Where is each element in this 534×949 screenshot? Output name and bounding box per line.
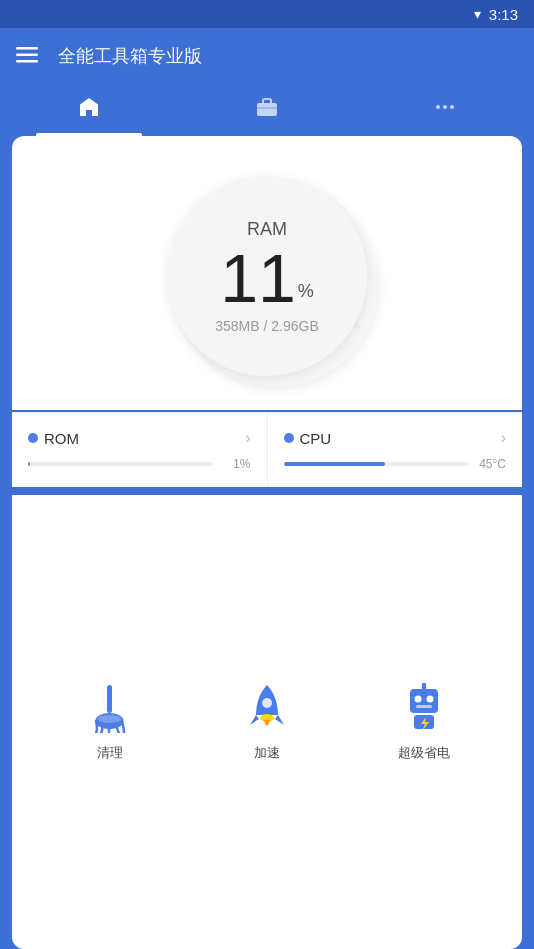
tool-boost[interactable]: 加速 xyxy=(241,682,293,762)
gauge-container: RAM 11 % 358MB / 2.96GB xyxy=(157,166,377,386)
svg-point-11 xyxy=(98,715,122,723)
rom-progress-fill xyxy=(28,462,30,466)
tab-home[interactable] xyxy=(0,84,178,136)
svg-point-12 xyxy=(262,698,272,708)
svg-rect-17 xyxy=(416,705,432,708)
svg-rect-0 xyxy=(16,47,38,50)
ram-card: RAM 11 % 358MB / 2.96GB xyxy=(12,136,522,410)
svg-point-7 xyxy=(450,105,454,109)
boost-label: 加速 xyxy=(254,744,280,762)
cpu-progress-fill xyxy=(284,462,385,466)
status-bar: ▾ 3:13 xyxy=(0,0,534,28)
bottom-tools: 清理 xyxy=(12,495,522,949)
broom-icon xyxy=(88,683,132,733)
svg-rect-9 xyxy=(107,685,112,713)
svg-point-6 xyxy=(443,105,447,109)
svg-point-5 xyxy=(436,105,440,109)
rom-progress-bg xyxy=(28,462,213,466)
app-header: 全能工具箱专业版 xyxy=(0,28,534,84)
cpu-dot xyxy=(284,433,294,443)
cpu-title-row: CPU xyxy=(284,430,332,447)
tab-bar xyxy=(0,84,534,136)
rocket-icon xyxy=(245,683,289,733)
rom-progress-row: 1% xyxy=(28,457,251,471)
app-title: 全能工具箱专业版 xyxy=(58,44,518,68)
rom-dot xyxy=(28,433,38,443)
tool-clean[interactable]: 清理 xyxy=(84,682,136,762)
tab-briefcase[interactable] xyxy=(178,84,356,136)
cpu-value: 45°C xyxy=(476,457,506,471)
ram-number: 11 xyxy=(220,244,296,312)
cpu-chevron-icon: › xyxy=(501,429,506,447)
rom-section[interactable]: ROM › 1% xyxy=(12,413,268,487)
menu-icon[interactable] xyxy=(16,45,38,68)
main-content: RAM 11 % 358MB / 2.96GB ROM › xyxy=(0,136,534,949)
gauge-circle: RAM 11 % 358MB / 2.96GB xyxy=(167,176,367,376)
wifi-icon: ▾ xyxy=(474,6,481,22)
rom-chevron-icon: › xyxy=(245,429,250,447)
tab-more[interactable] xyxy=(356,84,534,136)
rom-title-row: ROM xyxy=(28,430,79,447)
tool-battery[interactable]: 超级省电 xyxy=(398,682,450,762)
svg-point-16 xyxy=(426,696,433,703)
ram-percent-sign: % xyxy=(298,282,314,300)
boost-icon-wrap xyxy=(241,682,293,734)
cpu-progress-row: 45°C xyxy=(284,457,507,471)
robot-battery-icon xyxy=(402,683,446,733)
rom-title: ROM xyxy=(44,430,79,447)
svg-point-15 xyxy=(414,696,421,703)
svg-rect-2 xyxy=(16,60,38,63)
battery-label: 超级省电 xyxy=(398,744,450,762)
ram-label: RAM xyxy=(247,219,287,240)
cpu-progress-bg xyxy=(284,462,469,466)
more-dots-icon xyxy=(433,95,457,125)
cpu-section[interactable]: CPU › 45°C xyxy=(268,413,523,487)
info-panel: ROM › 1% CPU › xyxy=(12,412,522,487)
clean-label: 清理 xyxy=(97,744,123,762)
rom-value: 1% xyxy=(221,457,251,471)
home-icon xyxy=(77,95,101,125)
briefcase-icon xyxy=(255,95,279,125)
svg-rect-14 xyxy=(410,689,438,713)
battery-icon-wrap xyxy=(398,682,450,734)
svg-rect-3 xyxy=(257,103,277,116)
cpu-header: CPU › xyxy=(284,429,507,447)
rom-header: ROM › xyxy=(28,429,251,447)
svg-rect-1 xyxy=(16,53,38,56)
ram-percent-display: 11 % xyxy=(220,244,314,312)
cpu-title: CPU xyxy=(300,430,332,447)
ram-detail: 358MB / 2.96GB xyxy=(215,318,319,334)
status-time: 3:13 xyxy=(489,6,518,23)
clean-icon-wrap xyxy=(84,682,136,734)
